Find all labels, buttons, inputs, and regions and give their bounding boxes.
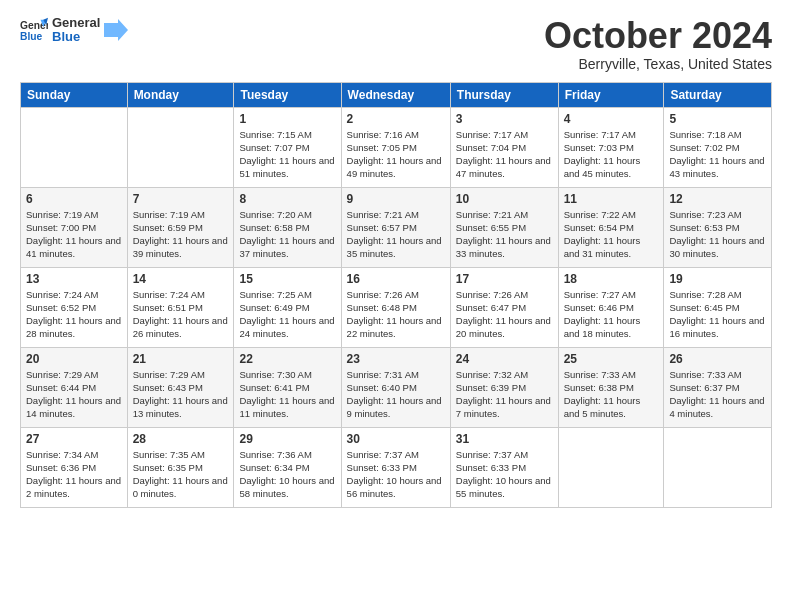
week-row-4: 27Sunrise: 7:34 AM Sunset: 6:36 PM Dayli… <box>21 427 772 507</box>
day-number: 26 <box>669 352 766 366</box>
day-info: Sunrise: 7:36 AM Sunset: 6:34 PM Dayligh… <box>239 448 335 501</box>
day-cell: 19Sunrise: 7:28 AM Sunset: 6:45 PM Dayli… <box>664 267 772 347</box>
day-info: Sunrise: 7:17 AM Sunset: 7:03 PM Dayligh… <box>564 128 659 181</box>
day-info: Sunrise: 7:17 AM Sunset: 7:04 PM Dayligh… <box>456 128 553 181</box>
day-info: Sunrise: 7:25 AM Sunset: 6:49 PM Dayligh… <box>239 288 335 341</box>
day-number: 9 <box>347 192 445 206</box>
logo-icon: General Blue <box>20 16 48 44</box>
month-title: October 2024 <box>544 16 772 56</box>
day-number: 1 <box>239 112 335 126</box>
day-info: Sunrise: 7:20 AM Sunset: 6:58 PM Dayligh… <box>239 208 335 261</box>
col-tuesday: Tuesday <box>234 82 341 107</box>
day-cell: 4Sunrise: 7:17 AM Sunset: 7:03 PM Daylig… <box>558 107 664 187</box>
day-info: Sunrise: 7:22 AM Sunset: 6:54 PM Dayligh… <box>564 208 659 261</box>
day-cell: 22Sunrise: 7:30 AM Sunset: 6:41 PM Dayli… <box>234 347 341 427</box>
day-number: 7 <box>133 192 229 206</box>
day-cell: 6Sunrise: 7:19 AM Sunset: 7:00 PM Daylig… <box>21 187 128 267</box>
day-number: 19 <box>669 272 766 286</box>
day-number: 25 <box>564 352 659 366</box>
day-cell: 27Sunrise: 7:34 AM Sunset: 6:36 PM Dayli… <box>21 427 128 507</box>
day-number: 20 <box>26 352 122 366</box>
day-number: 5 <box>669 112 766 126</box>
day-cell: 9Sunrise: 7:21 AM Sunset: 6:57 PM Daylig… <box>341 187 450 267</box>
day-cell: 26Sunrise: 7:33 AM Sunset: 6:37 PM Dayli… <box>664 347 772 427</box>
day-cell: 20Sunrise: 7:29 AM Sunset: 6:44 PM Dayli… <box>21 347 128 427</box>
day-info: Sunrise: 7:37 AM Sunset: 6:33 PM Dayligh… <box>456 448 553 501</box>
day-info: Sunrise: 7:15 AM Sunset: 7:07 PM Dayligh… <box>239 128 335 181</box>
page: General Blue General Blue October 2024 B… <box>0 0 792 612</box>
day-info: Sunrise: 7:32 AM Sunset: 6:39 PM Dayligh… <box>456 368 553 421</box>
day-cell: 3Sunrise: 7:17 AM Sunset: 7:04 PM Daylig… <box>450 107 558 187</box>
day-info: Sunrise: 7:33 AM Sunset: 6:37 PM Dayligh… <box>669 368 766 421</box>
day-cell: 28Sunrise: 7:35 AM Sunset: 6:35 PM Dayli… <box>127 427 234 507</box>
day-cell: 15Sunrise: 7:25 AM Sunset: 6:49 PM Dayli… <box>234 267 341 347</box>
day-cell: 10Sunrise: 7:21 AM Sunset: 6:55 PM Dayli… <box>450 187 558 267</box>
day-info: Sunrise: 7:19 AM Sunset: 6:59 PM Dayligh… <box>133 208 229 261</box>
day-info: Sunrise: 7:33 AM Sunset: 6:38 PM Dayligh… <box>564 368 659 421</box>
day-number: 29 <box>239 432 335 446</box>
day-cell <box>127 107 234 187</box>
title-block: October 2024 Berryville, Texas, United S… <box>544 16 772 72</box>
svg-text:Blue: Blue <box>20 32 43 43</box>
day-info: Sunrise: 7:19 AM Sunset: 7:00 PM Dayligh… <box>26 208 122 261</box>
week-row-1: 6Sunrise: 7:19 AM Sunset: 7:00 PM Daylig… <box>21 187 772 267</box>
col-sunday: Sunday <box>21 82 128 107</box>
day-cell: 8Sunrise: 7:20 AM Sunset: 6:58 PM Daylig… <box>234 187 341 267</box>
day-number: 10 <box>456 192 553 206</box>
day-number: 11 <box>564 192 659 206</box>
day-cell: 31Sunrise: 7:37 AM Sunset: 6:33 PM Dayli… <box>450 427 558 507</box>
day-cell: 11Sunrise: 7:22 AM Sunset: 6:54 PM Dayli… <box>558 187 664 267</box>
day-info: Sunrise: 7:30 AM Sunset: 6:41 PM Dayligh… <box>239 368 335 421</box>
location: Berryville, Texas, United States <box>544 56 772 72</box>
logo: General Blue General Blue <box>20 16 128 45</box>
day-number: 23 <box>347 352 445 366</box>
day-cell: 13Sunrise: 7:24 AM Sunset: 6:52 PM Dayli… <box>21 267 128 347</box>
day-cell: 21Sunrise: 7:29 AM Sunset: 6:43 PM Dayli… <box>127 347 234 427</box>
day-number: 8 <box>239 192 335 206</box>
col-wednesday: Wednesday <box>341 82 450 107</box>
day-cell: 25Sunrise: 7:33 AM Sunset: 6:38 PM Dayli… <box>558 347 664 427</box>
day-number: 3 <box>456 112 553 126</box>
day-number: 24 <box>456 352 553 366</box>
day-info: Sunrise: 7:24 AM Sunset: 6:52 PM Dayligh… <box>26 288 122 341</box>
day-info: Sunrise: 7:28 AM Sunset: 6:45 PM Dayligh… <box>669 288 766 341</box>
day-info: Sunrise: 7:24 AM Sunset: 6:51 PM Dayligh… <box>133 288 229 341</box>
day-info: Sunrise: 7:29 AM Sunset: 6:44 PM Dayligh… <box>26 368 122 421</box>
day-number: 21 <box>133 352 229 366</box>
day-cell: 5Sunrise: 7:18 AM Sunset: 7:02 PM Daylig… <box>664 107 772 187</box>
day-number: 17 <box>456 272 553 286</box>
logo-general-text: General <box>52 16 100 30</box>
col-thursday: Thursday <box>450 82 558 107</box>
day-info: Sunrise: 7:23 AM Sunset: 6:53 PM Dayligh… <box>669 208 766 261</box>
day-cell: 12Sunrise: 7:23 AM Sunset: 6:53 PM Dayli… <box>664 187 772 267</box>
day-cell <box>664 427 772 507</box>
day-cell: 29Sunrise: 7:36 AM Sunset: 6:34 PM Dayli… <box>234 427 341 507</box>
day-number: 30 <box>347 432 445 446</box>
day-cell: 14Sunrise: 7:24 AM Sunset: 6:51 PM Dayli… <box>127 267 234 347</box>
col-monday: Monday <box>127 82 234 107</box>
day-cell: 18Sunrise: 7:27 AM Sunset: 6:46 PM Dayli… <box>558 267 664 347</box>
week-row-3: 20Sunrise: 7:29 AM Sunset: 6:44 PM Dayli… <box>21 347 772 427</box>
day-cell: 16Sunrise: 7:26 AM Sunset: 6:48 PM Dayli… <box>341 267 450 347</box>
day-number: 28 <box>133 432 229 446</box>
day-info: Sunrise: 7:35 AM Sunset: 6:35 PM Dayligh… <box>133 448 229 501</box>
day-cell: 1Sunrise: 7:15 AM Sunset: 7:07 PM Daylig… <box>234 107 341 187</box>
week-row-0: 1Sunrise: 7:15 AM Sunset: 7:07 PM Daylig… <box>21 107 772 187</box>
day-info: Sunrise: 7:21 AM Sunset: 6:57 PM Dayligh… <box>347 208 445 261</box>
day-number: 27 <box>26 432 122 446</box>
day-cell: 30Sunrise: 7:37 AM Sunset: 6:33 PM Dayli… <box>341 427 450 507</box>
day-info: Sunrise: 7:27 AM Sunset: 6:46 PM Dayligh… <box>564 288 659 341</box>
header-row: Sunday Monday Tuesday Wednesday Thursday… <box>21 82 772 107</box>
week-row-2: 13Sunrise: 7:24 AM Sunset: 6:52 PM Dayli… <box>21 267 772 347</box>
day-info: Sunrise: 7:34 AM Sunset: 6:36 PM Dayligh… <box>26 448 122 501</box>
logo-arrow-icon <box>104 19 128 41</box>
day-info: Sunrise: 7:16 AM Sunset: 7:05 PM Dayligh… <box>347 128 445 181</box>
day-info: Sunrise: 7:37 AM Sunset: 6:33 PM Dayligh… <box>347 448 445 501</box>
day-cell <box>21 107 128 187</box>
day-cell <box>558 427 664 507</box>
col-friday: Friday <box>558 82 664 107</box>
day-number: 2 <box>347 112 445 126</box>
calendar-table: Sunday Monday Tuesday Wednesday Thursday… <box>20 82 772 508</box>
day-number: 15 <box>239 272 335 286</box>
day-number: 18 <box>564 272 659 286</box>
